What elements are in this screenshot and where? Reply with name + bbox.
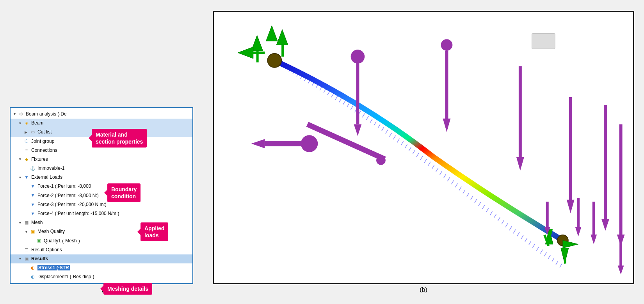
expand-mesh-quality[interactable]: ▼ bbox=[25, 229, 28, 235]
left-panel: ▼⚙Beam analysis (-De▼◈Beam▶▭Cut list⬡Joi… bbox=[10, 107, 201, 284]
tree-item-stress1[interactable]: ◐Stress1 (-STR bbox=[11, 263, 192, 272]
item-label-ext-loads: External Loads bbox=[31, 174, 62, 181]
tree-item-results[interactable]: ▼▣Results bbox=[11, 254, 192, 263]
analysis-icon: ⚙ bbox=[18, 111, 24, 117]
expand-ext-loads[interactable]: ▼ bbox=[18, 175, 22, 180]
item-label-displacement1: Displacement1 (-Res disp-) bbox=[37, 273, 94, 281]
label-b: (b) bbox=[420, 286, 427, 293]
mesh-icon: ▦ bbox=[23, 220, 30, 226]
callout-applied: Appliedloads bbox=[141, 222, 168, 241]
force-icon: ▼ bbox=[30, 192, 36, 199]
immovable-icon: ⚓ bbox=[30, 165, 36, 172]
svg-point-19 bbox=[351, 50, 365, 64]
expand-mesh[interactable]: ▼ bbox=[18, 220, 22, 226]
tree-item-force3[interactable]: ▼Force-3 (:Per item: -20,000 N.m:) bbox=[11, 200, 192, 209]
expand-cutlist[interactable]: ▶ bbox=[25, 130, 28, 135]
expand-beam[interactable]: ▼ bbox=[18, 121, 22, 126]
item-label-mesh-quality: Mesh Quality bbox=[37, 228, 65, 235]
expand-fixtures[interactable]: ▼ bbox=[18, 156, 22, 162]
svg-rect-7 bbox=[253, 52, 265, 54]
tree-item-beam-analysis[interactable]: ▼⚙Beam analysis (-De bbox=[11, 110, 192, 119]
force-icon: ▼ bbox=[30, 183, 36, 190]
svg-point-35 bbox=[376, 155, 386, 165]
item-label-force1: Force-1 (:Per item: -8,000 bbox=[37, 183, 91, 190]
disp-icon: ◐ bbox=[30, 274, 36, 280]
item-label-beam-analysis: Beam analysis (-De bbox=[26, 110, 67, 118]
meshquality-icon: ▣ bbox=[30, 229, 36, 235]
force-icon: ▼ bbox=[30, 201, 36, 208]
connections-icon: ≡ bbox=[23, 147, 30, 153]
item-label-immovable: Immovable-1 bbox=[37, 165, 64, 172]
results-icon: ▣ bbox=[23, 256, 30, 262]
item-label-force3: Force-3 (:Per item: -20,000 N.m:) bbox=[37, 201, 107, 208]
callout-boundary: Boundarycondition bbox=[107, 183, 141, 202]
main-layout: ▼⚙Beam analysis (-De▼◈Beam▶▭Cut list⬡Joi… bbox=[10, 11, 634, 293]
quality-icon: ▣ bbox=[36, 238, 42, 244]
right-panel-wrapper: (b) bbox=[213, 11, 634, 293]
svg-point-33 bbox=[301, 135, 318, 152]
svg-point-22 bbox=[441, 39, 453, 51]
beam-svg bbox=[214, 12, 633, 283]
expand-results[interactable]: ▼ bbox=[18, 256, 22, 261]
results-opt-icon: ☰ bbox=[23, 247, 30, 253]
beam-visualization bbox=[213, 11, 634, 284]
item-label-force2: Force-2 (:Per item: -8,000 N:) bbox=[37, 192, 99, 199]
svg-rect-9 bbox=[281, 45, 284, 57]
svg-point-2 bbox=[267, 53, 281, 68]
tree-item-immovable[interactable]: ⚓Immovable-1 bbox=[11, 164, 192, 173]
item-label-cutlist: Cut list bbox=[37, 128, 52, 136]
fixtures-icon: ◆ bbox=[23, 156, 30, 162]
tree-item-result-options[interactable]: ☰Result Options bbox=[11, 245, 192, 254]
stress-icon: ◐ bbox=[30, 265, 36, 271]
item-label-force4: Force-4 (:Per unit length: -15,000 N/m:) bbox=[37, 210, 119, 217]
item-label-connections: Connections bbox=[31, 147, 57, 154]
item-label-quality1: Quality1 (-Mesh-) bbox=[44, 237, 80, 245]
tree-item-force4[interactable]: ▼Force-4 (:Per unit length: -15,000 N/m:… bbox=[11, 209, 192, 218]
callout-material: Material andsection properties bbox=[92, 129, 147, 148]
svg-rect-14 bbox=[564, 248, 566, 263]
svg-rect-1 bbox=[532, 33, 555, 49]
loads-icon: ▼ bbox=[23, 174, 30, 181]
item-label-fixtures: Fixtures bbox=[31, 156, 48, 163]
item-label-result-options: Result Options bbox=[31, 246, 62, 254]
left-panel-wrapper: ▼⚙Beam analysis (-De▼◈Beam▶▭Cut list⬡Joi… bbox=[10, 107, 201, 293]
item-label-stress1: Stress1 (-STR bbox=[37, 264, 70, 272]
tree-item-displacement1[interactable]: ◐Displacement1 (-Res disp-) bbox=[11, 272, 192, 281]
cutlist-icon: ▭ bbox=[30, 129, 36, 135]
tree-item-beam[interactable]: ▼◈Beam bbox=[11, 119, 192, 128]
beam-icon: ◈ bbox=[23, 120, 30, 126]
tree-item-fixtures[interactable]: ▼◆Fixtures bbox=[11, 155, 192, 164]
joint-icon: ⬡ bbox=[23, 138, 30, 144]
tree-item-ext-loads[interactable]: ▼▼External Loads bbox=[11, 173, 192, 182]
item-label-results: Results bbox=[31, 255, 48, 263]
item-label-mesh: Mesh bbox=[31, 219, 43, 226]
callout-meshing: Meshing details bbox=[103, 283, 152, 295]
force-icon: ▼ bbox=[30, 211, 36, 217]
item-label-joint-group: Joint group bbox=[31, 138, 54, 145]
expand-beam-analysis[interactable]: ▼ bbox=[13, 111, 17, 117]
item-label-beam: Beam bbox=[31, 119, 43, 127]
